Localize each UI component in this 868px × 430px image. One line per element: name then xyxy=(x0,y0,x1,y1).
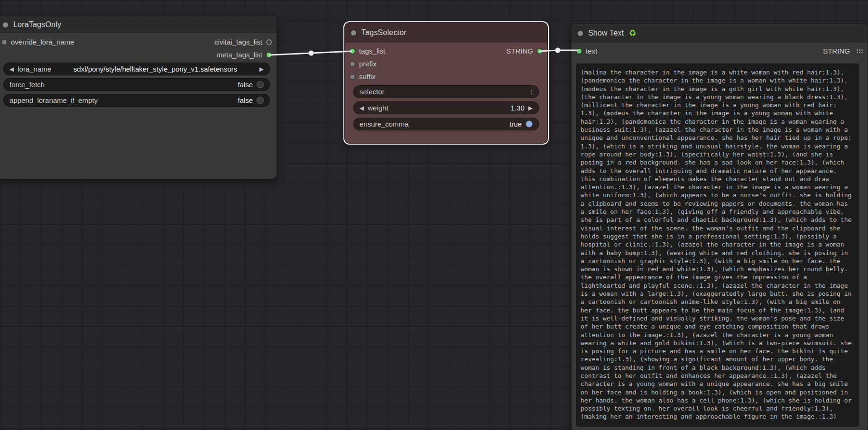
ensure-comma-toggle-widget[interactable]: ensure_comma true xyxy=(353,118,539,130)
node-tags-body: tags_list STRING prefix suffix selector … xyxy=(345,43,547,130)
input-slot-tags-list[interactable] xyxy=(350,48,355,54)
recycle-icon: ♻ xyxy=(628,29,636,37)
selector-text-widget[interactable]: selector : xyxy=(353,85,539,98)
collapse-dot-icon[interactable] xyxy=(351,30,357,36)
append-loraname-label: append_loraname_if_empty xyxy=(9,96,98,104)
drag-dots-icon[interactable] xyxy=(857,49,863,53)
node-graph-canvas[interactable]: LoraTagsOnly override_lora_name civitai_… xyxy=(0,0,868,430)
ensure-comma-value: true xyxy=(509,120,522,128)
node-title: TagsSelector xyxy=(361,28,406,37)
input-label-prefix: prefix xyxy=(359,60,377,68)
output-label-civitai-tags-list: civitai_tags_list xyxy=(214,38,262,46)
input-slot-text[interactable] xyxy=(576,48,582,54)
node-lora-tags-only[interactable]: LoraTagsOnly override_lora_name civitai_… xyxy=(0,16,277,179)
output-slot-civitai-tags-list[interactable] xyxy=(266,39,272,45)
selector-label: selector xyxy=(360,88,385,96)
slot-row: override_lora_name civitai_tags_list xyxy=(0,36,277,48)
append-loraname-value: false xyxy=(238,96,253,104)
input-slot-suffix[interactable] xyxy=(350,74,355,80)
slot-row: prefix xyxy=(345,57,547,70)
input-slot-override-lora-name[interactable] xyxy=(1,39,7,45)
input-label-tags-list: tags_list xyxy=(359,47,385,55)
output-slot-string[interactable] xyxy=(537,48,543,54)
force-fetch-toggle-dot-icon[interactable] xyxy=(257,81,264,88)
input-label-override-lora-name: override_lora_name xyxy=(11,38,74,46)
node-show-text-body: text STRING (malina the character in the… xyxy=(572,43,868,427)
weight-number-widget[interactable]: ◀ weight 1.30 ▶ xyxy=(353,101,539,114)
input-slot-prefix[interactable] xyxy=(350,61,355,67)
ensure-comma-toggle-dot-icon[interactable] xyxy=(526,120,533,128)
weight-label: weight xyxy=(368,104,388,112)
collapse-dot-icon[interactable] xyxy=(2,22,9,28)
node-lora-body: override_lora_name civitai_tags_list met… xyxy=(0,33,277,107)
force-fetch-label: force_fetch xyxy=(9,81,45,89)
output-label-string: STRING xyxy=(823,47,850,55)
number-decrement-arrow-icon[interactable]: ◀ xyxy=(360,105,364,111)
append-loraname-toggle-widget[interactable]: append_loraname_if_empty false xyxy=(3,94,270,107)
combo-left-arrow-icon[interactable]: ◀ xyxy=(9,66,14,72)
force-fetch-value: false xyxy=(238,81,253,89)
selector-value: : xyxy=(531,88,533,96)
output-slot-meta-tags-list[interactable] xyxy=(266,52,272,58)
lora-name-combo-widget[interactable]: ◀ lora_name sdxl/pony/style/helltaker_st… xyxy=(3,63,270,75)
slot-row: tags_list STRING xyxy=(345,45,547,57)
node-title: LoraTagsOnly xyxy=(13,20,61,29)
combo-right-arrow-icon[interactable]: ▶ xyxy=(259,66,264,72)
lora-name-label: lora_name xyxy=(18,65,51,73)
slot-row: suffix xyxy=(345,70,547,83)
input-label-suffix: suffix xyxy=(359,73,376,81)
slot-row: meta_tags_list xyxy=(0,48,277,61)
collapse-dot-icon[interactable] xyxy=(577,30,583,37)
node-tags-header[interactable]: TagsSelector xyxy=(345,23,547,43)
output-label-meta-tags-list: meta_tags_list xyxy=(216,51,262,59)
node-show-text-header[interactable]: Show Text ♻ xyxy=(572,24,868,43)
node-title: Show Text xyxy=(588,29,624,37)
text-output-display[interactable]: (malina the character in the image is a … xyxy=(576,64,859,427)
weight-value: 1.30 xyxy=(511,104,525,112)
ensure-comma-label: ensure_comma xyxy=(360,120,408,128)
append-loraname-toggle-dot-icon[interactable] xyxy=(257,97,264,104)
number-increment-arrow-icon[interactable]: ▶ xyxy=(528,105,533,111)
node-lora-header[interactable]: LoraTagsOnly xyxy=(0,16,277,33)
slot-row: text STRING xyxy=(572,45,868,57)
force-fetch-toggle-widget[interactable]: force_fetch false xyxy=(3,78,270,91)
input-label-text: text xyxy=(586,47,597,55)
node-show-text[interactable]: Show Text ♻ text STRING (malina the char… xyxy=(571,23,868,430)
output-label-string: STRING xyxy=(506,47,533,55)
node-tags-selector[interactable]: TagsSelector tags_list STRING prefix suf… xyxy=(344,22,548,144)
lora-name-value: sdxl/pony/style/helltaker_style_pony_v1.… xyxy=(55,65,256,73)
